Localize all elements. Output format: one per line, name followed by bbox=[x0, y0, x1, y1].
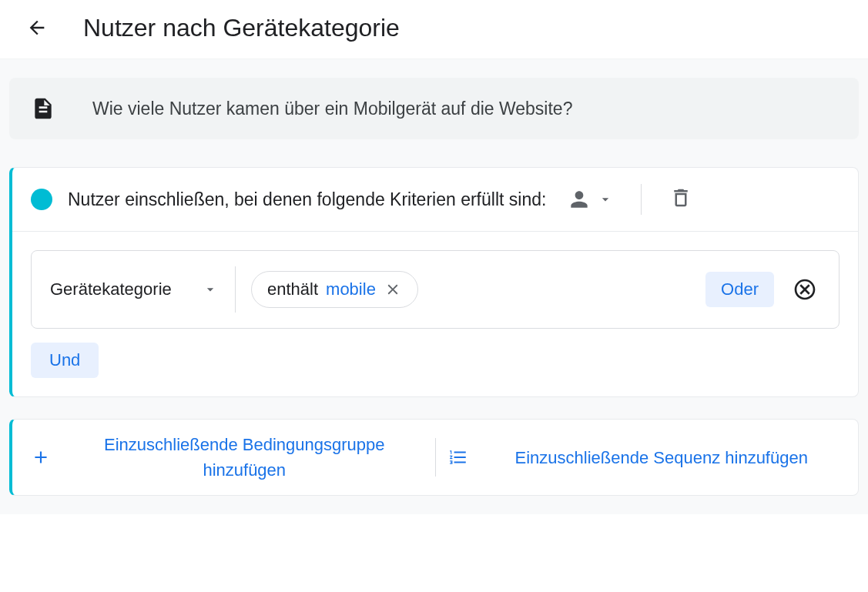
arrow-back-icon bbox=[26, 17, 48, 38]
condition-row: Gerätekategorie enthält mobile bbox=[31, 250, 840, 329]
scope-dropdown[interactable] bbox=[561, 181, 619, 218]
filter-operator: enthält bbox=[267, 279, 318, 299]
description-box: Wie viele Nutzer kamen über ein Mobilger… bbox=[9, 78, 859, 139]
filter-chip[interactable]: enthält mobile bbox=[251, 271, 418, 308]
divider bbox=[235, 266, 236, 313]
add-sequence-button[interactable]: Einzuschließende Sequenz hinzufügen bbox=[448, 445, 840, 470]
chevron-down-icon bbox=[203, 282, 218, 297]
condition-card: Nutzer einschließen, bei denen folgende … bbox=[9, 167, 859, 397]
close-circle-icon bbox=[793, 277, 817, 302]
chevron-down-icon bbox=[598, 192, 613, 207]
dimension-label: Gerätekategorie bbox=[50, 278, 172, 302]
person-icon bbox=[567, 187, 592, 212]
close-icon bbox=[384, 281, 401, 298]
back-button[interactable] bbox=[22, 12, 52, 43]
header: Nutzer nach Gerätekategorie bbox=[0, 0, 868, 59]
divider bbox=[435, 438, 436, 477]
add-actions-card: Einzuschließende Bedingungsgruppe hinzuf… bbox=[9, 419, 859, 496]
add-condition-group-label: Einzuschließende Bedingungsgruppe hinzuf… bbox=[66, 432, 423, 483]
condition-header-actions bbox=[561, 180, 699, 219]
and-button[interactable]: Und bbox=[31, 343, 99, 378]
condition-header: Nutzer einschließen, bei denen folgende … bbox=[12, 168, 858, 232]
description-text: Wie viele Nutzer kamen über ein Mobilger… bbox=[92, 99, 572, 119]
remove-row-button[interactable] bbox=[789, 274, 820, 305]
content-area: Wie viele Nutzer kamen über ein Mobilger… bbox=[0, 59, 868, 514]
condition-body: Gerätekategorie enthält mobile bbox=[12, 232, 858, 396]
delete-condition-button[interactable] bbox=[663, 180, 699, 219]
plus-icon bbox=[31, 447, 51, 467]
trash-icon bbox=[669, 186, 692, 209]
add-sequence-label: Einzuschließende Sequenz hinzufügen bbox=[484, 445, 840, 470]
filter-remove-button[interactable] bbox=[384, 280, 402, 299]
or-button[interactable]: Oder bbox=[705, 272, 774, 307]
filter-value: mobile bbox=[326, 279, 376, 299]
divider bbox=[641, 184, 642, 215]
dimension-select[interactable]: Gerätekategorie bbox=[50, 278, 220, 302]
condition-title: Nutzer einschließen, bei denen folgende … bbox=[68, 186, 561, 213]
page-title: Nutzer nach Gerätekategorie bbox=[83, 14, 400, 42]
numbered-list-icon bbox=[448, 447, 468, 467]
document-icon bbox=[31, 96, 55, 121]
add-condition-group-button[interactable]: Einzuschließende Bedingungsgruppe hinzuf… bbox=[31, 432, 423, 483]
include-indicator bbox=[31, 189, 52, 210]
